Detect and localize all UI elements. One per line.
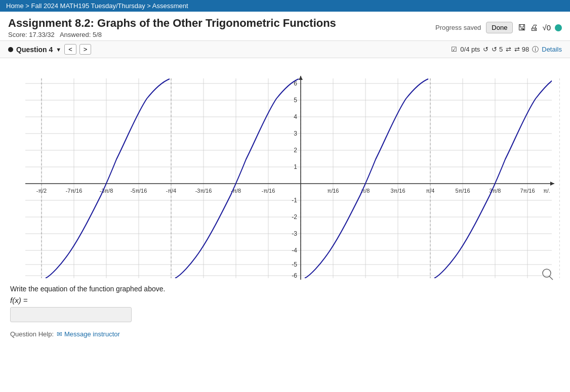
svg-text:5π/16: 5π/16 bbox=[456, 188, 470, 194]
score-info: Score: 17.33/32 Answered: 5/8 bbox=[8, 31, 336, 38]
question-dropdown-arrow[interactable]: ▼ bbox=[56, 47, 61, 53]
answered-label: Answered: 5/8 bbox=[60, 31, 102, 38]
question-label: Question 4 bbox=[16, 46, 53, 54]
svg-text:7π/16: 7π/16 bbox=[520, 188, 535, 194]
svg-text:-5: -5 bbox=[292, 261, 297, 268]
svg-text:-5π/16: -5π/16 bbox=[131, 188, 147, 194]
graph-container: 6 5 4 3 2 1 -1 -2 -3 -4 -5 -6 -π/2 -7π/1… bbox=[0, 58, 570, 281]
svg-text:π/.: π/. bbox=[543, 188, 550, 194]
details-link[interactable]: Details bbox=[542, 46, 562, 53]
svg-text:-2: -2 bbox=[292, 213, 297, 221]
svg-text:-3π/16: -3π/16 bbox=[195, 188, 212, 194]
svg-text:3π/16: 3π/16 bbox=[391, 188, 405, 194]
svg-text:5: 5 bbox=[294, 97, 297, 104]
message-instructor-text: Message instructor bbox=[64, 330, 120, 338]
function-graph: 6 5 4 3 2 1 -1 -2 -3 -4 -5 -6 -π/2 -7π/1… bbox=[10, 63, 560, 281]
next-question-button[interactable]: > bbox=[79, 44, 92, 55]
svg-text:-7π/16: -7π/16 bbox=[66, 188, 83, 194]
breadcrumb: Home > Fall 2024 MATH195 Tuesday/Thursda… bbox=[0, 0, 570, 12]
print-icon[interactable]: 🖨 bbox=[530, 23, 538, 32]
info-icon[interactable]: ⓘ bbox=[532, 45, 539, 54]
question-nav-left: Question 4 ▼ < > bbox=[8, 44, 91, 55]
header-right: Progress saved Done 🖫 🖨 √0 bbox=[435, 22, 562, 33]
score-label: Score: 17.33/32 bbox=[8, 31, 55, 38]
status-indicator bbox=[555, 24, 562, 31]
question-help: Question Help: ✉ Message instructor bbox=[0, 327, 570, 341]
main-header: Assignment 8.2: Graphs of the Other Trig… bbox=[0, 12, 570, 41]
svg-text:2: 2 bbox=[294, 147, 297, 154]
done-button[interactable]: Done bbox=[486, 22, 513, 33]
points-badge: 0/4 pts bbox=[460, 46, 480, 53]
svg-text:π/16: π/16 bbox=[328, 188, 339, 194]
message-instructor-link[interactable]: ✉ Message instructor bbox=[57, 330, 120, 338]
progress-saved-text: Progress saved bbox=[435, 24, 481, 31]
question-prompt: Write the equation of the function graph… bbox=[10, 285, 560, 293]
question-dot bbox=[8, 47, 13, 52]
prev-question-button[interactable]: < bbox=[64, 44, 76, 55]
message-icon: ✉ bbox=[57, 330, 62, 338]
svg-text:-3: -3 bbox=[292, 230, 297, 237]
sync-icon[interactable]: ⇄ bbox=[506, 46, 511, 53]
save-icon[interactable]: 🖫 bbox=[518, 23, 526, 32]
svg-text:-π/16: -π/16 bbox=[262, 188, 275, 194]
question-nav-right: ☑ 0/4 pts ↺ ↺ 5 ⇄ ⇄ 98 ⓘ Details bbox=[451, 45, 562, 54]
checkbox-icon: ☑ bbox=[451, 46, 457, 53]
sync-count: ⇄ 98 bbox=[514, 46, 529, 53]
question-help-label: Question Help: bbox=[10, 330, 54, 338]
question-bar: Question 4 ▼ < > ☑ 0/4 pts ↺ ↺ 5 ⇄ ⇄ 98 … bbox=[0, 41, 570, 58]
svg-text:-1: -1 bbox=[292, 197, 297, 204]
svg-rect-0 bbox=[10, 63, 560, 281]
retry-icon[interactable]: ↺ bbox=[483, 46, 488, 53]
question-body: Write the equation of the function graph… bbox=[0, 281, 570, 327]
svg-text:1: 1 bbox=[294, 163, 297, 170]
sqrt-icon: √0 bbox=[542, 23, 551, 32]
svg-text:-4: -4 bbox=[292, 247, 297, 254]
fx-label: f(x) = bbox=[10, 296, 560, 304]
retry-count: ↺ 5 bbox=[492, 46, 503, 53]
svg-text:-6: -6 bbox=[292, 272, 297, 279]
answer-input[interactable] bbox=[10, 307, 132, 322]
svg-text:4: 4 bbox=[294, 113, 297, 120]
header-icons: 🖫 🖨 √0 bbox=[518, 23, 562, 32]
svg-text:3: 3 bbox=[294, 130, 297, 137]
page-title: Assignment 8.2: Graphs of the Other Trig… bbox=[8, 17, 336, 30]
title-block: Assignment 8.2: Graphs of the Other Trig… bbox=[8, 17, 336, 38]
